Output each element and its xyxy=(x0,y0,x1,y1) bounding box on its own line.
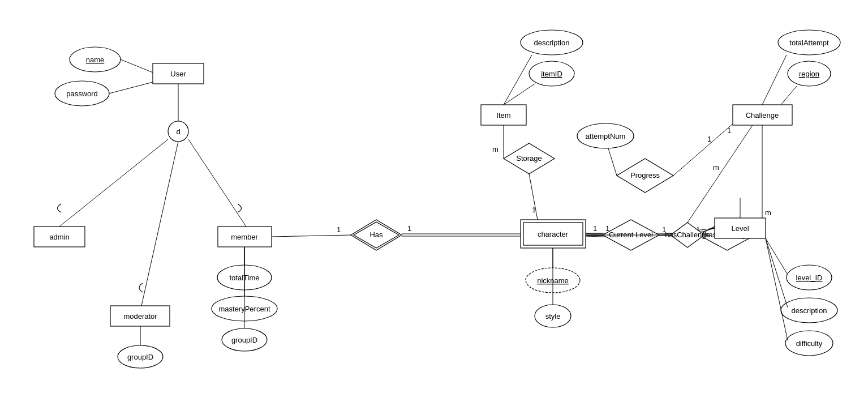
svg-text:1: 1 xyxy=(662,225,666,234)
svg-line-55 xyxy=(504,55,532,105)
svg-line-13 xyxy=(188,139,246,227)
svg-text:difficulty: difficulty xyxy=(796,339,823,348)
svg-line-104 xyxy=(766,238,788,307)
svg-text:m: m xyxy=(713,163,719,172)
svg-text:1: 1 xyxy=(727,126,731,135)
svg-text:description: description xyxy=(792,306,827,315)
svg-line-35 xyxy=(272,235,351,237)
svg-text:Progress: Progress xyxy=(630,171,660,180)
svg-line-103 xyxy=(766,238,788,275)
svg-text:name: name xyxy=(86,55,105,64)
svg-text:User: User xyxy=(170,70,186,78)
svg-text:attemptNum: attemptNum xyxy=(586,132,626,140)
svg-text:level_ID: level_ID xyxy=(796,274,823,282)
svg-text:moderator: moderator xyxy=(123,312,157,321)
svg-text:region: region xyxy=(799,70,819,78)
svg-text:itemID: itemID xyxy=(541,70,562,78)
svg-text:totalAttempt: totalAttempt xyxy=(789,39,829,47)
svg-text:Item: Item xyxy=(496,111,510,119)
svg-line-67 xyxy=(608,148,617,176)
svg-text:admin: admin xyxy=(49,233,69,241)
svg-text:groupID: groupID xyxy=(231,336,257,344)
svg-text:Storage: Storage xyxy=(516,154,542,163)
svg-line-109 xyxy=(687,125,753,223)
svg-text:Has: Has xyxy=(369,230,383,239)
svg-text:m: m xyxy=(492,145,499,153)
svg-text:1: 1 xyxy=(593,224,597,233)
svg-line-6 xyxy=(121,59,153,72)
svg-line-94 xyxy=(781,86,797,105)
svg-text:1: 1 xyxy=(532,206,536,214)
svg-text:Challenge: Challenge xyxy=(746,111,779,119)
svg-text:Level: Level xyxy=(731,224,749,233)
svg-text:password: password xyxy=(66,89,98,98)
svg-text:character: character xyxy=(538,230,569,238)
er-diagram: name password User d xyxy=(0,0,868,393)
svg-line-11 xyxy=(59,139,168,227)
svg-line-105 xyxy=(766,238,788,340)
svg-text:1: 1 xyxy=(337,225,341,234)
svg-text:1: 1 xyxy=(407,224,411,233)
svg-line-7 xyxy=(109,82,153,93)
svg-text:m: m xyxy=(765,208,771,217)
svg-text:member: member xyxy=(231,233,258,241)
svg-text:hasChallenge: hasChallenge xyxy=(665,230,710,239)
svg-line-56 xyxy=(504,84,535,105)
svg-line-93 xyxy=(762,55,787,105)
svg-text:groupID: groupID xyxy=(127,353,153,361)
svg-text:d: d xyxy=(176,127,180,136)
svg-text:1: 1 xyxy=(707,135,711,143)
svg-text:description: description xyxy=(534,39,570,47)
svg-text:style: style xyxy=(545,312,561,321)
svg-line-12 xyxy=(141,142,178,306)
